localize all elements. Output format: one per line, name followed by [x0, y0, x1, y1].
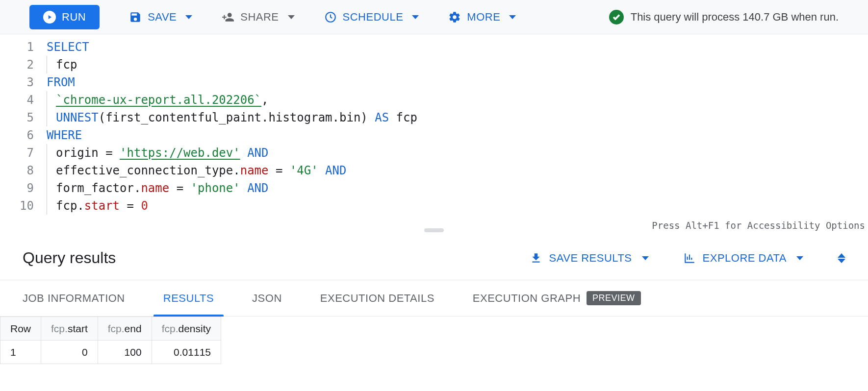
expand-collapse-button[interactable] — [838, 253, 845, 263]
save-results-button[interactable]: SAVE RESULTS — [530, 252, 649, 265]
schedule-button[interactable]: SCHEDULE — [324, 11, 419, 24]
code-area[interactable]: SELECT fcp FROM `chrome-ux-report.all.20… — [47, 38, 868, 215]
tab-json[interactable]: JSON — [252, 291, 282, 316]
line-gutter: 1 2 3 4 5 6 7 8 9 10 — [0, 38, 47, 215]
chevron-up-icon — [838, 253, 845, 258]
share-button[interactable]: SHARE — [222, 11, 294, 24]
run-button[interactable]: RUN — [29, 5, 100, 29]
status-text: This query will process 140.7 GB when ru… — [631, 11, 839, 24]
query-toolbar: RUN SAVE SHARE SCHEDULE MORE This query … — [0, 0, 868, 34]
chart-icon — [683, 252, 696, 265]
column-header-fcp-density[interactable]: fcp.density — [152, 317, 221, 341]
check-circle-icon — [609, 10, 624, 24]
person-add-icon — [222, 11, 234, 24]
chevron-down-icon — [412, 15, 419, 19]
cell-fcp-start: 0 — [41, 341, 98, 364]
chevron-down-icon — [838, 259, 845, 263]
preview-badge: PREVIEW — [587, 291, 641, 305]
schedule-label: SCHEDULE — [343, 11, 404, 24]
save-button[interactable]: SAVE — [129, 11, 192, 24]
column-header-row[interactable]: Row — [0, 317, 41, 341]
play-icon — [43, 11, 56, 24]
tab-execution-details[interactable]: EXECUTION DETAILS — [320, 291, 434, 316]
explore-data-label: EXPLORE DATA — [703, 252, 787, 265]
results-table-container: Row fcp.start fcp.end fcp.density 1 0 10… — [0, 317, 868, 364]
download-icon — [530, 252, 542, 265]
clock-icon — [324, 11, 337, 24]
run-label: RUN — [62, 11, 86, 24]
share-label: SHARE — [240, 11, 279, 24]
explore-data-button[interactable]: EXPLORE DATA — [683, 252, 803, 265]
more-label: MORE — [467, 11, 500, 24]
cell-fcp-end: 100 — [98, 341, 152, 364]
table-header-row: Row fcp.start fcp.end fcp.density — [0, 317, 221, 341]
results-tabs: JOB INFORMATION RESULTS JSON EXECUTION D… — [0, 280, 868, 317]
save-results-label: SAVE RESULTS — [549, 252, 632, 265]
tab-job-information[interactable]: JOB INFORMATION — [23, 291, 125, 316]
column-header-fcp-end[interactable]: fcp.end — [98, 317, 152, 341]
column-header-fcp-start[interactable]: fcp.start — [41, 317, 98, 341]
tab-results[interactable]: RESULTS — [163, 291, 214, 316]
chevron-down-icon — [642, 256, 649, 260]
save-label: SAVE — [148, 11, 177, 24]
accessibility-hint: Press Alt+F1 for Accessibility Options — [652, 217, 865, 234]
sql-editor[interactable]: 1 2 3 4 5 6 7 8 9 10 SELECT fcp FROM `ch… — [0, 34, 868, 234]
chevron-down-icon — [509, 15, 516, 19]
save-icon — [129, 11, 142, 24]
results-title: Query results — [23, 249, 116, 267]
more-button[interactable]: MORE — [448, 11, 516, 24]
results-table: Row fcp.start fcp.end fcp.density 1 0 10… — [0, 317, 221, 364]
table-row[interactable]: 1 0 100 0.01115 — [0, 341, 221, 364]
chevron-down-icon — [185, 15, 192, 19]
resize-handle[interactable] — [424, 228, 444, 232]
cell-row: 1 — [0, 341, 41, 364]
gear-icon — [448, 11, 461, 24]
query-status: This query will process 140.7 GB when ru… — [609, 10, 839, 24]
chevron-down-icon — [288, 15, 295, 19]
tab-execution-graph[interactable]: EXECUTION GRAPH PREVIEW — [473, 291, 641, 316]
cell-fcp-density: 0.01115 — [152, 341, 221, 364]
results-header: Query results SAVE RESULTS EXPLORE DATA — [0, 234, 868, 280]
chevron-down-icon — [796, 256, 803, 260]
